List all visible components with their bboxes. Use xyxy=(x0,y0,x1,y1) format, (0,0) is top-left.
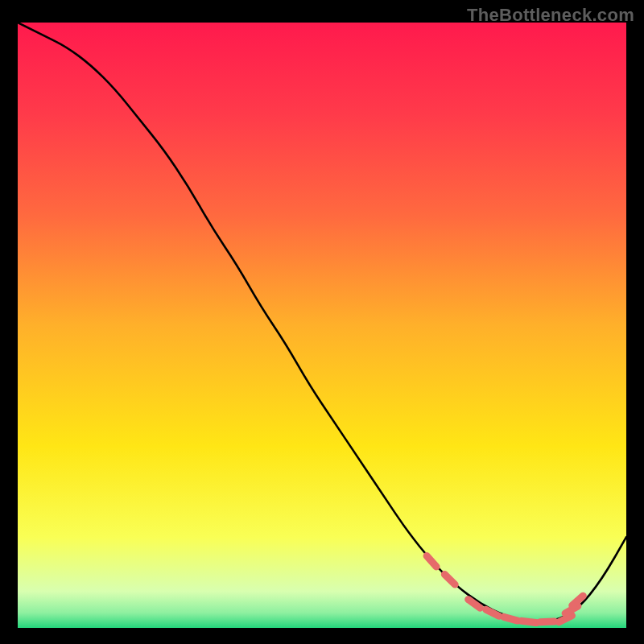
curve-marker xyxy=(522,621,536,622)
chart-background xyxy=(18,23,626,628)
chart-svg xyxy=(18,23,626,628)
chart-container: TheBottleneck.com xyxy=(0,0,644,644)
curve-marker xyxy=(540,621,555,622)
plot-area xyxy=(18,23,626,628)
curve-marker xyxy=(504,617,518,621)
